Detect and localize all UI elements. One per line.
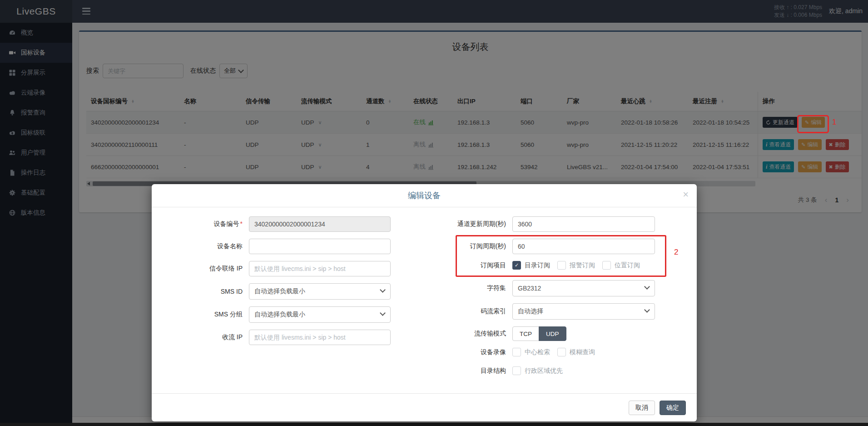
annotation-number-1: 1	[832, 118, 836, 127]
stream-index-select[interactable]: 自动选择	[512, 303, 655, 320]
form-row-dir-structure: 目录结构 ✓ 行政区域优先	[424, 366, 697, 375]
form-row-sms-group: SMS 分组 自动选择负载最小	[165, 306, 424, 323]
form-row-subscribe-period: 订阅周期(秒)	[424, 239, 697, 254]
channel-refresh-field[interactable]	[512, 216, 655, 232]
field-label: 通道更新周期(秒)	[424, 220, 506, 228]
check-icon: ✓	[560, 349, 564, 355]
tcp-option[interactable]: TCP	[512, 326, 539, 341]
device-name-field[interactable]	[249, 239, 391, 254]
field-label: 收流 IP	[165, 333, 243, 341]
admin-region-priority-checkbox[interactable]: ✓	[512, 366, 521, 375]
modal-footer: 取消 确定	[152, 393, 697, 421]
chevron-down-icon	[644, 307, 650, 313]
close-icon[interactable]: ×	[683, 190, 689, 200]
field-label: 流传输模式	[424, 330, 506, 338]
modal-header: 编辑设备 ×	[152, 184, 697, 207]
fuzzy-query-checkbox[interactable]: ✓	[557, 348, 566, 356]
check-icon: ✓	[605, 262, 609, 268]
form-row-sms-id: SMS ID 自动选择负载最小	[165, 283, 424, 300]
checkbox-label: 模糊查询	[570, 348, 595, 356]
chevron-down-icon	[380, 310, 386, 316]
field-label: 信令联络 IP	[165, 265, 243, 273]
center-search-checkbox[interactable]: ✓	[512, 348, 521, 356]
check-icon: ✓	[515, 262, 519, 268]
field-label: 码流索引	[424, 307, 506, 316]
field-label: SMS ID	[165, 288, 243, 295]
udp-option[interactable]: UDP	[539, 326, 566, 341]
field-label: 订阅项目	[424, 261, 506, 270]
form-row-charset: 字符集 GB2312	[424, 280, 697, 296]
subscribe-period-field[interactable]	[512, 239, 655, 254]
checkbox-label: 目录订阅	[525, 261, 550, 270]
checkbox-label: 位置订阅	[615, 261, 640, 270]
confirm-button[interactable]: 确定	[660, 401, 686, 415]
form-row-device-name: 设备名称	[165, 239, 424, 254]
sms-group-select[interactable]: 自动选择负载最小	[249, 306, 391, 323]
checkbox-label: 中心检索	[525, 348, 550, 356]
form-row-subscribe-items: 订阅项目 ✓ 目录订阅 ✓ 报警订阅 ✓ 位置订阅	[424, 261, 697, 270]
field-label: 订阅周期(秒)	[424, 242, 506, 251]
field-label: 设备录像	[424, 348, 506, 356]
field-label: SMS 分组	[165, 311, 243, 319]
checkbox-label: 行政区域优先	[525, 367, 563, 375]
checkbox-label: 报警订阅	[570, 261, 595, 270]
form-row-recv-ip: 收流 IP	[165, 330, 424, 345]
modal-title: 编辑设备	[408, 190, 441, 201]
form-row-channel-refresh: 通道更新周期(秒)	[424, 216, 697, 232]
form-right-column: 通道更新周期(秒) 订阅周期(秒) 订阅项目 ✓ 目录订阅 ✓ 报警订阅 ✓ 位…	[424, 216, 697, 385]
edit-device-modal: 编辑设备 × 设备编号* 设备名称 信令联络 IP SMS ID 自动选择负载最…	[152, 184, 697, 421]
sip-contact-ip-field[interactable]	[249, 261, 391, 276]
cancel-button[interactable]: 取消	[629, 401, 655, 415]
form-row-device-record: 设备录像 ✓ 中心检索 ✓ 模糊查询	[424, 348, 697, 356]
charset-select[interactable]: GB2312	[512, 280, 655, 296]
sms-id-select[interactable]: 自动选择负载最小	[249, 283, 391, 300]
stream-mode-toggle: TCP UDP	[512, 326, 566, 341]
chevron-down-icon	[644, 284, 650, 290]
position-subscribe-checkbox[interactable]: ✓	[602, 261, 611, 270]
field-label: 设备名称	[165, 242, 243, 251]
modal-body: 设备编号* 设备名称 信令联络 IP SMS ID 自动选择负载最小 SMS 分…	[152, 207, 697, 385]
form-row-stream-mode: 流传输模式 TCP UDP	[424, 326, 697, 341]
field-label: 字符集	[424, 284, 506, 292]
recv-ip-field[interactable]	[249, 330, 391, 345]
form-left-column: 设备编号* 设备名称 信令联络 IP SMS ID 自动选择负载最小 SMS 分…	[152, 216, 424, 385]
annotation-number-2: 2	[674, 248, 678, 257]
check-icon: ✓	[515, 368, 519, 374]
device-id-field	[249, 216, 391, 232]
form-row-device-id: 设备编号*	[165, 216, 424, 232]
alarm-subscribe-checkbox[interactable]: ✓	[557, 261, 566, 270]
required-asterisk: *	[240, 220, 243, 227]
catalog-subscribe-checkbox[interactable]: ✓	[512, 261, 521, 270]
chevron-down-icon	[380, 287, 386, 293]
field-label: 设备编号	[214, 220, 239, 227]
form-row-sip-contact-ip: 信令联络 IP	[165, 261, 424, 276]
check-icon: ✓	[560, 262, 564, 268]
form-row-stream-index: 码流索引 自动选择	[424, 303, 697, 320]
check-icon: ✓	[515, 349, 519, 355]
field-label: 目录结构	[424, 367, 506, 375]
